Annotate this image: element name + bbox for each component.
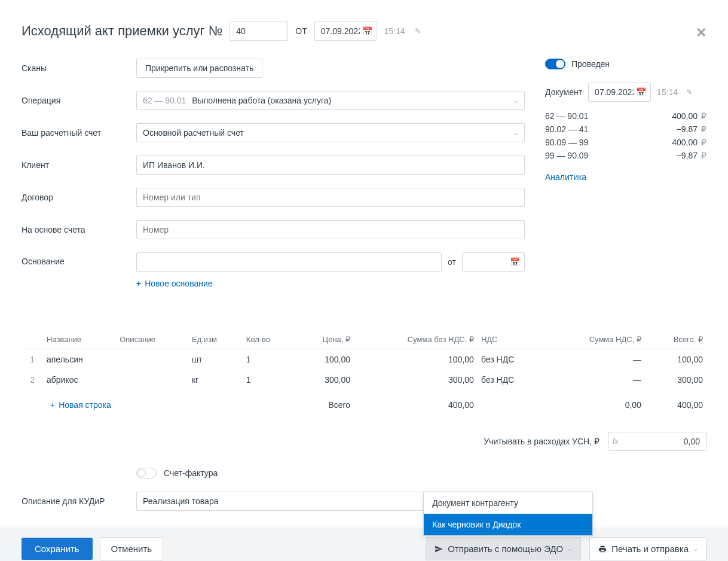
doc-number-input[interactable] <box>230 22 288 41</box>
col-vat-sum: Сумма НДС, ₽ <box>545 330 645 349</box>
invoice-sf-toggle[interactable] <box>136 468 157 478</box>
menu-item-draft-diadoc[interactable]: Как черновик в Диадок <box>424 514 592 535</box>
client-input[interactable] <box>136 156 525 175</box>
col-unit: Ед.изм <box>188 330 243 349</box>
totals-label: Всего <box>295 390 354 420</box>
posting-row: 90.02 — 41 −9,87₽ <box>545 124 706 134</box>
send-edo-button[interactable]: Отправить с помощью ЭДО ⌵ <box>426 537 581 560</box>
invoice-input[interactable] <box>136 220 525 239</box>
chevron-down-icon: ⌵ <box>693 545 698 553</box>
chevron-down-icon: ⌵ <box>514 129 518 137</box>
totals-sum-wo-vat: 400,00 <box>354 390 478 420</box>
side-doc-date-input[interactable] <box>588 83 651 102</box>
ruble-icon: ₽ <box>701 124 706 134</box>
basis-date-input[interactable] <box>462 252 525 272</box>
kudir-label: Описание для КУДиР <box>22 496 136 506</box>
account-select[interactable]: Основной расчетный счет ⌵ <box>136 123 525 142</box>
ruble-icon: ₽ <box>701 138 706 147</box>
close-icon[interactable]: ✕ <box>696 25 706 41</box>
posted-label: Проведен <box>571 59 610 69</box>
save-button[interactable]: Сохранить <box>22 538 93 560</box>
fx-icon: fx <box>613 437 618 446</box>
totals-vat-sum: 0,00 <box>545 390 645 420</box>
analytics-link[interactable]: Аналитика <box>545 172 586 182</box>
side-doc-label: Документ <box>545 87 582 97</box>
chevron-down-icon: ⌵ <box>568 545 572 553</box>
col-total: Всего, ₽ <box>645 330 706 349</box>
operation-label: Операция <box>22 96 136 105</box>
col-sum-wo-vat: Сумма без НДС, ₽ <box>354 330 478 349</box>
contract-input[interactable] <box>136 188 525 207</box>
basis-from-label: от <box>448 257 456 267</box>
scans-label: Сканы <box>22 63 136 73</box>
page-title: Исходящий акт приемки услуг № <box>22 23 222 39</box>
chevron-down-icon: ⌵ <box>514 97 518 105</box>
account-label: Ваш расчетный счет <box>22 128 136 138</box>
send-edo-menu: Документ контрагенту Как черновик в Диад… <box>423 492 593 536</box>
posting-row: 99 — 90.09 −9,87₽ <box>545 151 706 160</box>
operation-text: Выполнена работа (оказана услуга) <box>192 96 331 105</box>
attach-scans-button[interactable]: Прикрепить или распознать <box>136 59 262 78</box>
ruble-icon: ₽ <box>701 151 706 160</box>
page-header: Исходящий акт приемки услуг № ОТ 📅 15:14… <box>22 22 706 41</box>
col-price: Цена, ₽ <box>295 330 354 349</box>
printer-icon <box>598 545 607 553</box>
ruble-icon: ₽ <box>701 111 706 121</box>
items-table: Название Описание Ед.изм Кол-во Цена, ₽ … <box>22 330 706 420</box>
col-vat: НДС <box>478 330 545 349</box>
cancel-button[interactable]: Отменить <box>100 537 164 560</box>
table-row[interactable]: 2 абрикос кг 1 300,00 300,00 без НДС — 3… <box>22 370 706 390</box>
menu-item-counterparty[interactable]: Документ контрагенту <box>424 492 592 514</box>
operation-code: 62 — 90.01 <box>143 96 186 105</box>
plus-icon: + <box>50 400 55 410</box>
footer-bar: Сохранить Отменить Документ контрагенту … <box>0 528 728 561</box>
operation-select[interactable]: 62 — 90.01 Выполнена работа (оказана усл… <box>136 91 525 110</box>
doc-time: 15:14 <box>384 26 405 36</box>
usn-label: Учитывать в расходах УСН, ₽ <box>484 437 599 446</box>
posting-row: 62 — 90.01 400,00₽ <box>545 111 706 121</box>
account-value: Основной расчетный счет <box>143 128 514 138</box>
col-desc: Описание <box>116 330 188 349</box>
edit-time-icon[interactable]: ✎ <box>415 27 421 35</box>
postings-list: 62 — 90.01 400,00₽ 90.02 — 41 −9,87₽ 90.… <box>545 111 706 160</box>
client-label: Клиент <box>22 160 136 170</box>
from-label: ОТ <box>295 26 307 36</box>
new-row-link[interactable]: + Новая строка <box>47 395 115 414</box>
invoice-label: На основе счета <box>22 225 136 234</box>
paper-plane-icon <box>435 545 443 553</box>
table-row[interactable]: 1 апельсин шт 1 100,00 100,00 без НДС — … <box>22 349 706 370</box>
posting-row: 90.09 — 99 400,00₽ <box>545 138 706 147</box>
plus-icon: + <box>136 279 141 288</box>
posted-toggle[interactable] <box>545 59 565 69</box>
new-basis-link[interactable]: + Новое основание <box>136 279 213 288</box>
basis-label: Основание <box>22 252 136 266</box>
contract-label: Договор <box>22 193 136 202</box>
doc-date-input[interactable] <box>314 22 377 41</box>
side-doc-time: 15:14 <box>657 87 678 97</box>
basis-input[interactable] <box>136 252 442 272</box>
print-send-button[interactable]: Печать и отправка ⌵ <box>589 537 706 560</box>
usn-input[interactable] <box>608 432 706 451</box>
totals-total: 400,00 <box>645 390 706 420</box>
edit-time-icon[interactable]: ✎ <box>686 88 692 96</box>
sf-label: Счет-фактура <box>164 468 218 478</box>
col-name: Название <box>43 330 116 349</box>
col-qty: Кол-во <box>243 330 295 349</box>
